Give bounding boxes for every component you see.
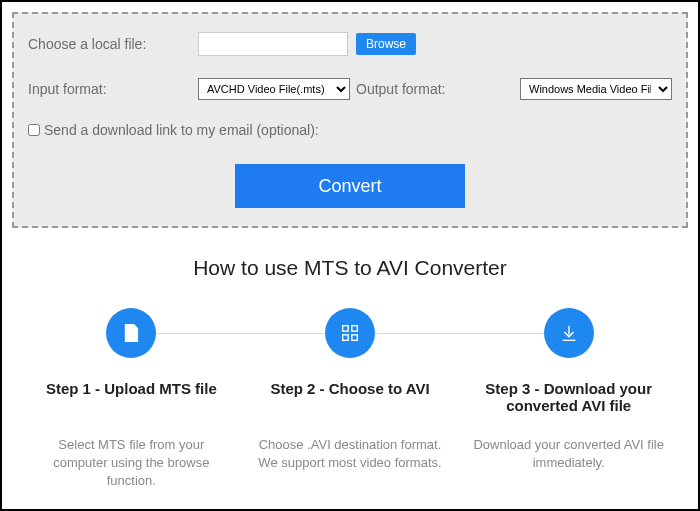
svg-rect-3 [352, 335, 358, 341]
svg-rect-2 [343, 335, 349, 341]
convert-wrap: Convert [28, 164, 672, 208]
howto-title: How to use MTS to AVI Converter [2, 256, 698, 280]
input-format-label: Input format: [28, 81, 198, 97]
email-option-row: Send a download link to my email (option… [28, 122, 672, 138]
howto-section: How to use MTS to AVI Converter Step 1 -… [2, 256, 698, 491]
steps-row: Step 1 - Upload MTS file Select MTS file… [2, 308, 698, 491]
converter-form-panel: Choose a local file: Browse Input format… [12, 12, 688, 228]
step-3-desc: Download your converted AVI file immedia… [467, 436, 670, 472]
step-1-desc: Select MTS file from your computer using… [30, 436, 233, 491]
file-input[interactable] [198, 32, 348, 56]
step-2-title: Step 2 - Choose to AVI [249, 380, 452, 418]
email-checkbox[interactable] [28, 124, 40, 136]
step-3-title: Step 3 - Download your converted AVI fil… [467, 380, 670, 418]
svg-rect-0 [343, 326, 349, 332]
step-2-desc: Choose .AVI destination format. We suppo… [249, 436, 452, 472]
svg-rect-1 [352, 326, 358, 332]
browse-button[interactable]: Browse [356, 33, 416, 55]
step-1-title: Step 1 - Upload MTS file [30, 380, 233, 418]
choose-file-label: Choose a local file: [28, 36, 198, 52]
input-format-select[interactable]: AVCHD Video File(.mts) [198, 78, 350, 100]
file-row: Choose a local file: Browse [28, 32, 672, 56]
grid-icon [325, 308, 375, 358]
download-icon [544, 308, 594, 358]
output-format-label: Output format: [356, 81, 445, 97]
convert-button[interactable]: Convert [235, 164, 465, 208]
step-3: Step 3 - Download your converted AVI fil… [459, 308, 678, 491]
step-1: Step 1 - Upload MTS file Select MTS file… [22, 308, 241, 491]
file-icon [106, 308, 156, 358]
step-2: Step 2 - Choose to AVI Choose .AVI desti… [241, 308, 460, 491]
format-row: Input format: AVCHD Video File(.mts) Out… [28, 78, 672, 100]
output-format-select[interactable]: Windows Media Video File(. [520, 78, 672, 100]
email-label: Send a download link to my email (option… [44, 122, 319, 138]
